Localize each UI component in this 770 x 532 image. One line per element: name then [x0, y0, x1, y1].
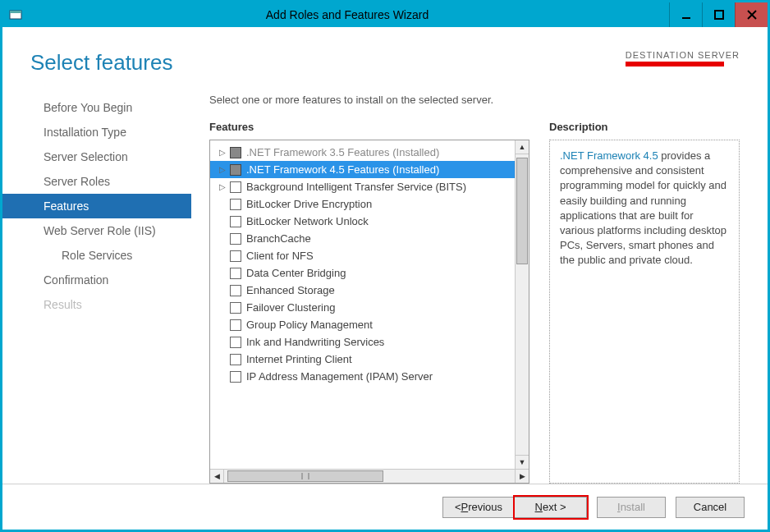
feature-label: Group Policy Management: [246, 319, 373, 331]
nav-before-you-begin[interactable]: Before You Begin: [2, 95, 191, 120]
feature-checkbox[interactable]: [230, 147, 241, 158]
feature-item[interactable]: Data Center Bridging: [210, 264, 515, 282]
feature-label: .NET Framework 3.5 Features (Installed): [246, 146, 439, 158]
nav-results: Results: [2, 292, 191, 317]
hscroll-thumb[interactable]: [227, 470, 383, 482]
svg-rect-3: [715, 11, 723, 19]
features-scroll-area: ▷.NET Framework 3.5 Features (Installed)…: [210, 140, 529, 469]
scroll-up-arrow-icon[interactable]: ▲: [516, 140, 529, 154]
svg-rect-1: [10, 11, 21, 13]
page-title: Select features: [30, 50, 172, 76]
description-heading: Description: [549, 121, 740, 133]
feature-label: Internet Printing Client: [246, 353, 352, 365]
footer: < Previous Next > Install Cancel: [2, 484, 768, 530]
feature-label: BitLocker Drive Encryption: [246, 198, 372, 210]
window-controls: [669, 2, 768, 27]
expand-caret-icon[interactable]: ▷: [217, 165, 228, 174]
sidebar: Before You BeginInstallation TypeServer …: [2, 90, 191, 484]
features-listbox: ▷.NET Framework 3.5 Features (Installed)…: [209, 140, 529, 484]
nav-buttons: < Previous Next >: [442, 497, 587, 518]
next-button[interactable]: Next >: [515, 497, 587, 518]
feature-item[interactable]: ▷.NET Framework 3.5 Features (Installed): [210, 144, 515, 161]
description-box: .NET Framework 4.5 provides a comprehens…: [549, 140, 740, 484]
scroll-down-arrow-icon[interactable]: ▼: [516, 455, 529, 469]
feature-item[interactable]: BitLocker Network Unlock: [210, 213, 515, 230]
description-text: provides a comprehensive and consistent …: [560, 149, 726, 266]
destination-server-label: DESTINATION SERVER: [626, 50, 740, 60]
nav-web-server-role[interactable]: Web Server Role (IIS): [2, 218, 191, 243]
wizard-body: Before You BeginInstallation TypeServer …: [2, 82, 768, 484]
feature-label: BranchCache: [246, 232, 311, 245]
nav-server-roles[interactable]: Server Roles: [2, 169, 191, 194]
feature-item[interactable]: Internet Printing Client: [210, 351, 515, 368]
feature-checkbox[interactable]: [230, 354, 241, 365]
vscroll-thumb[interactable]: [516, 158, 528, 264]
feature-checkbox[interactable]: [230, 181, 241, 193]
features-pane: Features ▷.NET Framework 3.5 Features (I…: [209, 121, 529, 484]
feature-checkbox[interactable]: [230, 268, 241, 279]
maximize-button[interactable]: [702, 2, 735, 27]
install-button[interactable]: Install: [597, 497, 666, 518]
vertical-scrollbar[interactable]: ▲ ▼: [515, 140, 529, 469]
minimize-button[interactable]: [669, 2, 702, 27]
titlebar: Add Roles and Features Wizard: [2, 2, 768, 27]
feature-label: Enhanced Storage: [246, 284, 335, 296]
vscroll-track[interactable]: [516, 154, 529, 455]
feature-label: Ink and Handwriting Services: [246, 336, 384, 348]
feature-label: .NET Framework 4.5 Features (Installed): [246, 163, 439, 176]
svg-rect-2: [682, 17, 690, 19]
features-heading: Features: [209, 121, 529, 133]
scroll-left-arrow-icon[interactable]: ◀: [210, 470, 224, 483]
feature-label: Client for NFS: [246, 250, 314, 262]
description-pane: Description .NET Framework 4.5 provides …: [549, 121, 740, 484]
feature-checkbox[interactable]: [230, 319, 241, 331]
feature-checkbox[interactable]: [230, 302, 241, 314]
instruction-text: Select one or more features to install o…: [209, 90, 740, 121]
feature-checkbox[interactable]: [230, 199, 241, 210]
description-highlight: .NET Framework 4.5: [560, 149, 658, 162]
feature-checkbox[interactable]: [230, 250, 241, 262]
horizontal-scrollbar[interactable]: ◀ ▶: [210, 469, 529, 483]
feature-item[interactable]: IP Address Management (IPAM) Server: [210, 368, 515, 385]
hscroll-track[interactable]: [224, 470, 515, 483]
feature-item[interactable]: ▷.NET Framework 4.5 Features (Installed): [210, 161, 515, 178]
feature-item[interactable]: Group Policy Management: [210, 316, 515, 333]
feature-item[interactable]: Ink and Handwriting Services: [210, 333, 515, 351]
feature-item[interactable]: BitLocker Drive Encryption: [210, 195, 515, 213]
feature-label: BitLocker Network Unlock: [246, 215, 369, 227]
nav-installation-type[interactable]: Installation Type: [2, 120, 191, 144]
cancel-button[interactable]: Cancel: [676, 497, 745, 518]
feature-checkbox[interactable]: [230, 164, 241, 176]
main-column: Select one or more features to install o…: [191, 90, 768, 484]
close-button[interactable]: [735, 2, 768, 27]
feature-checkbox[interactable]: [230, 285, 241, 296]
nav-role-services[interactable]: Role Services: [2, 243, 191, 268]
expand-caret-icon[interactable]: ▷: [217, 148, 228, 157]
features-items: ▷.NET Framework 3.5 Features (Installed)…: [210, 140, 515, 469]
feature-checkbox[interactable]: [230, 233, 241, 245]
feature-checkbox[interactable]: [230, 371, 241, 383]
feature-label: Background Intelligent Transfer Service …: [246, 181, 466, 193]
feature-item[interactable]: Client for NFS: [210, 247, 515, 264]
nav-server-selection[interactable]: Server Selection: [2, 144, 191, 169]
feature-item[interactable]: Enhanced Storage: [210, 282, 515, 299]
feature-checkbox[interactable]: [230, 337, 241, 348]
feature-checkbox[interactable]: [230, 216, 241, 227]
two-panes: Features ▷.NET Framework 3.5 Features (I…: [209, 121, 740, 484]
nav-features[interactable]: Features: [2, 194, 191, 218]
wizard-window: Add Roles and Features Wizard Select fea…: [0, 0, 770, 532]
expand-caret-icon[interactable]: ▷: [217, 182, 228, 191]
feature-label: Failover Clustering: [246, 301, 335, 314]
window-title: Add Roles and Features Wizard: [25, 8, 669, 21]
feature-item[interactable]: Failover Clustering: [210, 299, 515, 316]
nav-confirmation[interactable]: Confirmation: [2, 268, 191, 292]
scroll-right-arrow-icon[interactable]: ▶: [515, 470, 529, 483]
header: Select features DESTINATION SERVER: [2, 27, 768, 82]
app-icon: [6, 5, 25, 25]
destination-server-highlight: [626, 62, 724, 66]
feature-label: Data Center Bridging: [246, 267, 346, 279]
feature-item[interactable]: BranchCache: [210, 230, 515, 247]
feature-item[interactable]: ▷Background Intelligent Transfer Service…: [210, 178, 515, 195]
previous-button[interactable]: < Previous: [442, 497, 515, 518]
feature-label: IP Address Management (IPAM) Server: [246, 370, 433, 383]
